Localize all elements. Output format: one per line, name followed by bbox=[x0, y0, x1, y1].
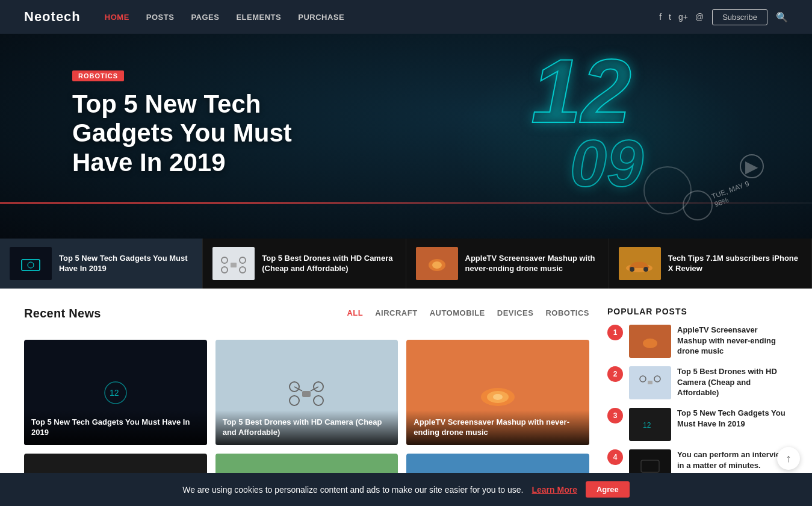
nav-link-elements[interactable]: ELEMENTS bbox=[236, 13, 281, 22]
instagram-icon[interactable]: @ bbox=[695, 12, 704, 22]
cookie-learn-more-link[interactable]: Learn More bbox=[532, 485, 577, 495]
news-card-title-2: AppleTV Screensaver Mashup with never-en… bbox=[414, 417, 582, 438]
svg-point-11 bbox=[643, 267, 648, 272]
filter-tab-automobile[interactable]: AUTOMOBILE bbox=[430, 308, 485, 317]
carousel-item-3[interactable]: Tech Tips 7.1M subscribers iPhone X Revi… bbox=[609, 239, 812, 289]
svg-rect-27 bbox=[648, 381, 652, 384]
svg-point-16 bbox=[290, 396, 299, 405]
filter-tab-robotics[interactable]: ROBOTICS bbox=[545, 308, 589, 317]
svg-point-24 bbox=[643, 339, 657, 348]
cookie-message: We are using cookies to personalize cont… bbox=[182, 485, 523, 495]
carousel-item-title-3: Tech Tips 7.1M subscribers iPhone X Revi… bbox=[668, 254, 802, 274]
news-card-title-0: Top 5 New Tech Gadgets You Must Have In … bbox=[31, 417, 200, 438]
hero-circle-2 bbox=[683, 190, 713, 220]
nav-link-posts[interactable]: POSTS bbox=[146, 13, 175, 22]
news-card-title-1: Top 5 Best Drones with HD Camera (Cheap … bbox=[223, 417, 391, 438]
social-icons: f t g+ @ bbox=[659, 12, 704, 22]
nav-item-pages[interactable]: PAGES bbox=[191, 11, 219, 22]
popular-rank-4: 4 bbox=[607, 449, 623, 465]
navbar: Neotech HOME POSTS PAGES ELEMENTS PURCHA… bbox=[0, 0, 812, 34]
search-icon[interactable]: 🔍 bbox=[776, 11, 788, 23]
carousel-item-0[interactable]: Top 5 New Tech Gadgets You Must Have In … bbox=[0, 239, 203, 289]
popular-item-title-1: Top 5 Best Drones with HD Camera (Cheap … bbox=[677, 366, 788, 398]
popular-thumb-0 bbox=[629, 325, 671, 358]
filter-tabs: ALL AIRCRAFT AUTOMOBILE DEVICES ROBOTICS bbox=[347, 308, 589, 317]
carousel-item-title-1: Top 5 Best Drones with HD Camera (Cheap … bbox=[262, 254, 395, 274]
news-card-overlay-1: Top 5 Best Drones with HD Camera (Cheap … bbox=[215, 410, 398, 445]
svg-point-8 bbox=[432, 261, 442, 269]
popular-item-title-3: You can perform an interview in a matter… bbox=[677, 449, 788, 470]
nav-item-home[interactable]: HOME bbox=[105, 11, 129, 22]
popular-thumb-1 bbox=[629, 366, 671, 399]
cookie-agree-button[interactable]: Agree bbox=[586, 481, 630, 498]
popular-rank-3: 3 bbox=[607, 408, 623, 423]
svg-point-3 bbox=[240, 257, 246, 263]
svg-point-17 bbox=[314, 396, 323, 405]
svg-point-1 bbox=[28, 262, 34, 268]
svg-text:12: 12 bbox=[110, 388, 119, 398]
popular-item-title-2: Top 5 New Tech Gadgets You Must Have In … bbox=[677, 408, 788, 429]
nav-link-home[interactable]: HOME bbox=[105, 13, 129, 22]
carousel-thumb-1 bbox=[212, 247, 255, 280]
hero-art-number1: 12 bbox=[531, 46, 631, 136]
news-card-0[interactable]: 12 Top 5 New Tech Gadgets You Must Have … bbox=[24, 340, 207, 445]
news-card-2[interactable]: AppleTV Screensaver Mashup with never-en… bbox=[406, 340, 589, 445]
carousel-thumb-3 bbox=[619, 247, 661, 280]
carousel-item-1[interactable]: Top 5 Best Drones with HD Camera (Cheap … bbox=[203, 239, 406, 289]
svg-rect-0 bbox=[22, 260, 40, 270]
nav-item-posts[interactable]: POSTS bbox=[146, 11, 175, 22]
scroll-to-top-button[interactable]: ↑ bbox=[777, 447, 800, 470]
news-card-overlay-0: Top 5 New Tech Gadgets You Must Have In … bbox=[24, 410, 207, 445]
brand-logo[interactable]: Neotech bbox=[24, 9, 81, 25]
hero-title: Top 5 New Tech Gadgets You Must Have In … bbox=[72, 90, 301, 177]
hero-section: 12 09 ▶ TUE, MAY 998% ROBOTICS Top 5 New… bbox=[0, 34, 812, 239]
svg-point-26 bbox=[654, 376, 660, 382]
cookie-banner: We are using cookies to personalize cont… bbox=[0, 473, 812, 506]
right-sidebar: POPULAR POSTS 1 AppleTV Screensaver Mash… bbox=[607, 307, 788, 491]
subscribe-button[interactable]: Subscribe bbox=[712, 9, 767, 25]
carousel-strip: Top 5 New Tech Gadgets You Must Have In … bbox=[0, 239, 812, 289]
filter-tab-all[interactable]: ALL bbox=[347, 308, 363, 317]
hero-badge: ROBOTICS bbox=[72, 70, 124, 81]
hero-art-number2: 09 bbox=[570, 130, 643, 196]
hero-line bbox=[0, 202, 812, 204]
svg-point-23 bbox=[493, 394, 503, 400]
svg-point-2 bbox=[222, 257, 228, 263]
news-grid: 12 Top 5 New Tech Gadgets You Must Have … bbox=[24, 340, 589, 445]
carousel-thumb-0 bbox=[10, 247, 52, 280]
hero-content: ROBOTICS Top 5 New Tech Gadgets You Must… bbox=[72, 70, 301, 177]
recent-header: Recent News ALL AIRCRAFT AUTOMOBILE DEVI… bbox=[24, 307, 589, 330]
facebook-icon[interactable]: f bbox=[659, 12, 662, 22]
carousel-item-2[interactable]: AppleTV Screensaver Mashup with never-en… bbox=[406, 239, 609, 289]
filter-tab-devices[interactable]: DEVICES bbox=[497, 308, 534, 317]
popular-item-1[interactable]: 2 Top 5 Best Drones with HD Camera (Chea… bbox=[607, 366, 788, 399]
svg-text:12: 12 bbox=[643, 421, 651, 429]
googleplus-icon[interactable]: g+ bbox=[678, 12, 688, 22]
navbar-right: f t g+ @ Subscribe 🔍 bbox=[659, 9, 788, 25]
popular-thumb-2: 12 bbox=[629, 408, 671, 441]
popular-item-0[interactable]: 1 AppleTV Screensaver Mashup with never-… bbox=[607, 325, 788, 358]
filter-tab-aircraft[interactable]: AIRCRAFT bbox=[375, 308, 417, 317]
nav-link-pages[interactable]: PAGES bbox=[191, 13, 219, 22]
twitter-icon[interactable]: t bbox=[669, 12, 671, 22]
popular-item-2[interactable]: 3 12 Top 5 New Tech Gadgets You Must Hav… bbox=[607, 408, 788, 441]
svg-point-5 bbox=[240, 267, 246, 273]
hero-icon-circle: ▶ bbox=[740, 154, 764, 178]
nav-item-elements[interactable]: ELEMENTS bbox=[236, 11, 281, 22]
popular-rank-1: 1 bbox=[607, 325, 623, 340]
svg-rect-29 bbox=[641, 460, 659, 472]
svg-rect-6 bbox=[231, 263, 237, 267]
nav-link-purchase[interactable]: PURCHASE bbox=[298, 13, 344, 22]
carousel-thumb-2 bbox=[416, 247, 458, 280]
nav-item-purchase[interactable]: PURCHASE bbox=[298, 11, 344, 22]
popular-rank-2: 2 bbox=[607, 366, 623, 382]
left-content: Recent News ALL AIRCRAFT AUTOMOBILE DEVI… bbox=[24, 307, 589, 491]
popular-posts-title: POPULAR POSTS bbox=[607, 307, 788, 316]
carousel-item-title-0: Top 5 New Tech Gadgets You Must Have In … bbox=[59, 254, 193, 274]
svg-point-4 bbox=[222, 267, 228, 273]
carousel-item-title-2: AppleTV Screensaver Mashup with never-en… bbox=[465, 254, 599, 274]
svg-point-10 bbox=[630, 267, 634, 272]
news-card-1[interactable]: Top 5 Best Drones with HD Camera (Cheap … bbox=[215, 340, 398, 445]
svg-point-25 bbox=[640, 376, 646, 382]
news-card-overlay-2: AppleTV Screensaver Mashup with never-en… bbox=[406, 410, 589, 445]
